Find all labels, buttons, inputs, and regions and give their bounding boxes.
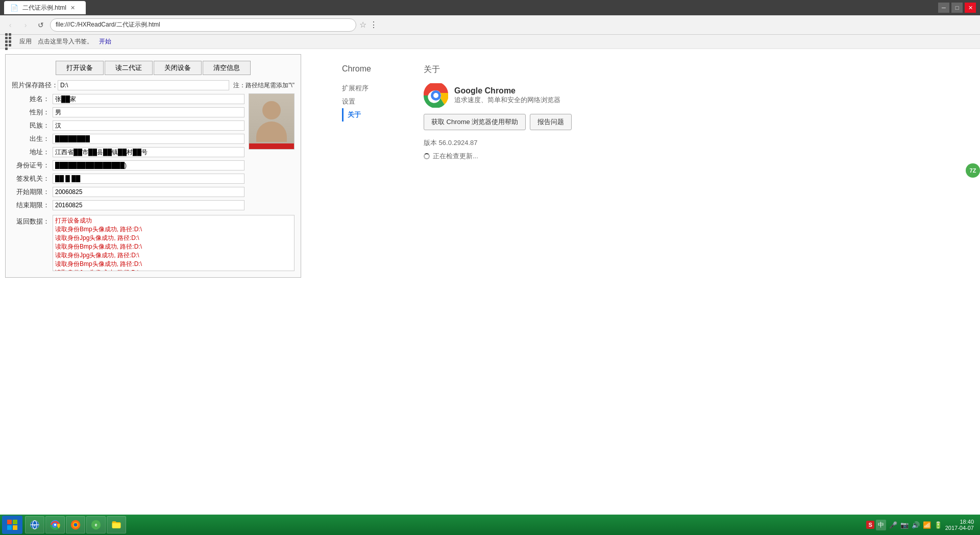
issuer-row: 签发机关： xyxy=(12,173,244,184)
svg-point-17 xyxy=(74,523,78,527)
address-bar[interactable] xyxy=(50,18,356,32)
svg-rect-7 xyxy=(13,525,17,530)
return-data-row: 返回数据： xyxy=(12,215,295,271)
reload-button[interactable]: ↺ xyxy=(35,19,47,31)
start-date-row: 开始期限： xyxy=(12,186,244,198)
photo-box xyxy=(249,93,295,150)
minimize-button[interactable]: ─ xyxy=(938,3,949,13)
taskbar-chrome-button[interactable] xyxy=(45,516,65,533)
photo-path-row: 照片保存路径： 注：路径结尾需添加"\" xyxy=(12,80,295,90)
chrome-about-box: Google Chrome 追求速度、简单和安全的网络浏览器 xyxy=(424,83,965,108)
sogou-ime-icon[interactable]: S xyxy=(866,521,874,529)
photo-placeholder xyxy=(249,93,294,150)
sidebar-item-settings[interactable]: 设置 xyxy=(342,95,403,108)
ethnicity-row: 民族： xyxy=(12,120,244,131)
info-fields: 姓名： 性别： 民族： 出生： xyxy=(12,93,244,213)
address-input[interactable] xyxy=(53,147,244,157)
taskbar-filemanager-button[interactable] xyxy=(107,516,126,533)
svg-rect-4 xyxy=(7,520,12,524)
ie-icon: e xyxy=(30,520,40,530)
gender-label: 性别： xyxy=(12,108,53,117)
end-date-row: 结束期限： xyxy=(12,200,244,211)
end-date-label: 结束期限： xyxy=(12,201,53,210)
id-input[interactable] xyxy=(53,160,244,171)
name-label: 姓名： xyxy=(12,94,53,104)
return-data-textarea[interactable] xyxy=(53,215,295,271)
sidebar-item-about[interactable]: 关于 xyxy=(342,108,403,121)
red-strip xyxy=(249,143,294,150)
end-date-input[interactable] xyxy=(53,200,244,210)
return-data-label: 返回数据： xyxy=(12,215,53,226)
name-input[interactable] xyxy=(53,94,244,104)
taskbar-right: S 中 🎤 📷 🔊 📶 🔋 18:40 2017-04-07 xyxy=(866,519,978,531)
photo-path-input[interactable] xyxy=(58,80,229,90)
ethnicity-input[interactable] xyxy=(53,120,244,131)
ime-zh-label[interactable]: 中 xyxy=(876,520,886,530)
chrome-report-button[interactable]: 报告问题 xyxy=(530,114,572,130)
browser-tab[interactable]: 📄 二代证示例.html ✕ xyxy=(4,1,86,14)
tab-close-button[interactable]: ✕ xyxy=(70,5,75,11)
chrome-buttons: 获取 Chrome 浏览器使用帮助 报告问题 xyxy=(424,114,965,130)
start-button[interactable] xyxy=(2,516,22,534)
tray-icons: S 中 xyxy=(866,520,886,530)
settings-section-title: 关于 xyxy=(424,64,965,75)
chrome-help-button[interactable]: 获取 Chrome 浏览器使用帮助 xyxy=(424,114,526,130)
bookmark-star-button[interactable]: ☆ xyxy=(359,20,366,30)
back-button[interactable]: ‹ xyxy=(4,19,16,31)
close-device-button[interactable]: 关闭设备 xyxy=(154,61,202,75)
version-info: 版本 56.0.2924.87 xyxy=(424,138,965,148)
birthday-input[interactable] xyxy=(53,134,244,144)
microphone-icon: 🎤 xyxy=(889,521,897,529)
volume-icon[interactable]: 🔊 xyxy=(912,521,920,529)
settings-sidebar-title: Chrome xyxy=(342,64,403,74)
gender-row: 性别： xyxy=(12,107,244,118)
close-button[interactable]: ✕ xyxy=(965,3,976,13)
issuer-input[interactable] xyxy=(53,174,244,184)
update-status: 正在检查更新... xyxy=(424,152,965,161)
form-and-chrome-layout: 打开设备 读二代证 关闭设备 清空信息 照片保存路径： 注：路径结尾需添加"\"… xyxy=(0,54,980,278)
open-device-button[interactable]: 打开设备 xyxy=(56,61,104,75)
taskbar-green-ie-button[interactable]: e xyxy=(86,516,106,533)
taskbar-ie-button[interactable]: e xyxy=(25,516,44,533)
address-row: 地址： xyxy=(12,147,244,158)
folder-icon xyxy=(111,520,121,530)
main-page-area: 打开设备 读二代证 关闭设备 清空信息 照片保存路径： 注：路径结尾需添加"\"… xyxy=(0,49,980,308)
svg-rect-6 xyxy=(7,525,12,530)
firefox-icon xyxy=(70,520,81,530)
green-circle-button[interactable]: 7Z xyxy=(966,163,980,178)
taskbar-firefox-button[interactable] xyxy=(66,516,85,533)
sidebar-item-extensions[interactable]: 扩展程序 xyxy=(342,82,403,95)
clear-info-button[interactable]: 清空信息 xyxy=(203,61,251,75)
forward-button[interactable]: › xyxy=(19,19,32,31)
id-card-form-panel: 打开设备 读二代证 关闭设备 清空信息 照片保存路径： 注：路径结尾需添加"\"… xyxy=(5,54,301,278)
start-date-input[interactable] xyxy=(53,187,244,197)
network-icon[interactable]: 📶 xyxy=(923,521,931,529)
bookmarks-label: 应用 xyxy=(19,37,32,46)
svg-rect-5 xyxy=(13,520,17,524)
update-spinner-icon xyxy=(424,153,430,159)
tab-title: 二代证示例.html xyxy=(22,4,66,12)
windows-icon xyxy=(6,519,18,531)
taskbar-clock[interactable]: 18:40 2017-04-07 xyxy=(945,519,974,531)
read-id-button[interactable]: 读二代证 xyxy=(105,61,153,75)
action-button-row: 打开设备 读二代证 关闭设备 清空信息 xyxy=(12,61,295,75)
photo-path-label: 照片保存路径： xyxy=(12,81,58,90)
settings-main: 关于 Google Chrome xyxy=(424,64,965,161)
taskbar: e e xyxy=(0,515,980,535)
bookmark-start-link[interactable]: 开始 xyxy=(99,37,111,46)
browser-toolbar: ‹ › ↺ ☆ ⋮ xyxy=(0,15,980,35)
apps-icon[interactable] xyxy=(5,33,13,50)
info-and-photo-section: 姓名： 性别： 民族： 出生： xyxy=(12,93,295,213)
chrome-app-info: Google Chrome 追求速度、简单和安全的网络浏览器 xyxy=(454,86,560,105)
address-label: 地址： xyxy=(12,148,53,157)
person-head xyxy=(262,101,281,119)
svg-point-14 xyxy=(54,524,56,526)
id-label: 身份证号： xyxy=(12,161,53,170)
chrome-menu-button[interactable]: ⋮ xyxy=(370,20,378,30)
maximize-button[interactable]: □ xyxy=(951,3,963,13)
gender-input[interactable] xyxy=(53,107,244,117)
chrome-taskbar-icon xyxy=(50,520,60,530)
chrome-logo-icon xyxy=(424,83,448,108)
bookmark-text: 点击这里导入书签。 xyxy=(38,37,93,46)
id-row: 身份证号： xyxy=(12,160,244,171)
